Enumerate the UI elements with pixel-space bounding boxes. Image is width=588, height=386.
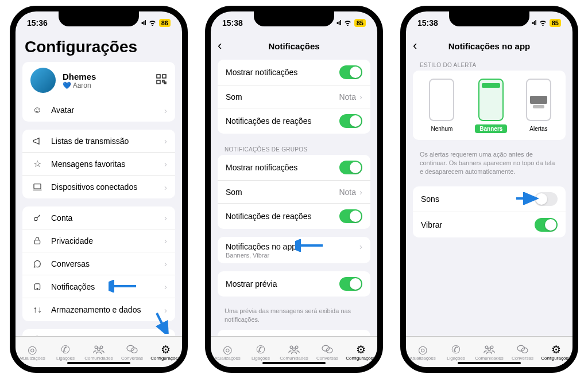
chats-row[interactable]: Conversas › <box>22 252 175 275</box>
phone-inapp-notifications: 15:38 •ıl 85 ‹ Notificações no app ESTIL… <box>400 6 578 373</box>
megaphone-icon <box>30 136 44 146</box>
notification-icon <box>30 282 44 291</box>
tab-communities[interactable]: Comunidades <box>277 343 311 361</box>
tab-settings[interactable]: ⚙Configurações <box>344 343 377 361</box>
svg-rect-2 <box>157 80 160 84</box>
chevron-icon: › <box>164 106 167 115</box>
battery-level: 86 <box>159 19 171 27</box>
tab-settings[interactable]: ⚙Configurações <box>149 343 182 361</box>
linked-devices-row[interactable]: Dispositivos conectados › <box>22 176 175 198</box>
tab-settings[interactable]: ⚙Configurações <box>539 343 572 361</box>
face-icon: ☺ <box>30 105 44 115</box>
tab-calls[interactable]: ✆Ligações <box>49 343 82 361</box>
storage-row[interactable]: ↑↓ Armazenamento e dados › <box>22 298 175 321</box>
avatar-row[interactable]: ☺ Avatar › <box>22 99 175 122</box>
tab-chats[interactable]: Conversas <box>506 343 539 361</box>
back-button[interactable]: ‹ <box>413 38 417 53</box>
svg-point-26 <box>488 348 491 351</box>
wifi-icon <box>343 19 352 28</box>
svg-point-18 <box>290 346 293 349</box>
inapp-notifications-row[interactable]: Notificações no app › Banners, Vibrar <box>218 237 370 263</box>
tab-chats[interactable]: Conversas <box>115 343 149 361</box>
alert-style-alerts[interactable]: Alertas <box>525 79 552 133</box>
svg-point-12 <box>95 346 98 349</box>
svg-rect-5 <box>34 184 41 189</box>
gear-icon: ⚙ <box>161 343 171 356</box>
wifi-icon <box>539 19 547 28</box>
help-row[interactable]: ⓘ Ajuda › <box>22 329 175 336</box>
svg-point-14 <box>98 348 100 351</box>
signal-icon: •ıl <box>141 19 146 27</box>
time: 15:36 <box>27 18 48 28</box>
profile-card: Dhemes 💙 Aaron ☺ Avatar › <box>22 62 175 122</box>
wifi-icon <box>148 19 157 28</box>
svg-point-20 <box>293 348 296 351</box>
profile-name: Dhemes <box>63 72 96 81</box>
updates-icon: ◎ <box>28 343 37 356</box>
tab-calls[interactable]: ✆Ligações <box>439 343 473 361</box>
home-indicator <box>67 362 130 364</box>
reaction-notifications-row[interactable]: Notificações de reações <box>218 108 370 134</box>
communities-icon <box>92 343 105 356</box>
key-icon <box>30 213 44 223</box>
phone-icon: ✆ <box>61 343 70 356</box>
toggle[interactable] <box>339 161 362 174</box>
broadcast-row[interactable]: Listas de transmissão › <box>22 130 175 153</box>
qr-icon[interactable] <box>156 73 167 88</box>
svg-rect-0 <box>157 75 160 78</box>
tab-updates[interactable]: ◎Atualizações <box>16 343 49 361</box>
notifications-row[interactable]: Notificações › <box>22 275 175 298</box>
profile-row[interactable]: Dhemes 💙 Aaron <box>22 62 175 99</box>
toggle[interactable] <box>535 192 558 206</box>
phone-notifications: 15:38 •ıl 85 ‹ Notificações Mostrar noti… <box>205 6 383 373</box>
toggle[interactable] <box>339 114 362 128</box>
toggle[interactable] <box>339 209 362 223</box>
privacy-row[interactable]: Privacidade › <box>22 229 175 252</box>
show-preview-row[interactable]: Mostrar prévia <box>218 271 370 297</box>
svg-point-19 <box>295 346 298 349</box>
svg-point-13 <box>100 346 103 349</box>
storage-icon: ↑↓ <box>30 305 44 315</box>
show-notifications-row[interactable]: Mostrar notificações <box>218 60 370 85</box>
tab-communities[interactable]: Comunidades <box>82 343 115 361</box>
svg-rect-1 <box>163 75 166 78</box>
group-reaction-notifications-row[interactable]: Notificações de reações <box>218 204 370 229</box>
tab-calls[interactable]: ✆Ligações <box>244 343 277 361</box>
alert-style-none[interactable]: Nenhum <box>427 79 458 133</box>
section-header: NOTIFICAÇÕES DE GRUPOS <box>211 142 377 155</box>
avatar <box>30 68 56 93</box>
favorites-row[interactable]: ☆ Mensagens favoritas › <box>22 153 175 176</box>
reset-notifications-row[interactable]: Redefinir configurações de notificação <box>218 330 370 336</box>
nav-header: ‹ Notificações <box>211 34 377 57</box>
vibrate-row[interactable]: Vibrar <box>413 212 566 237</box>
group-sound-row[interactable]: Som Nota › <box>218 181 370 204</box>
alert-style-picker: Nenhum Banners Alertas <box>413 71 566 140</box>
sound-row[interactable]: Som Nota › <box>218 85 370 108</box>
laptop-icon <box>30 182 44 192</box>
tab-chats[interactable]: Conversas <box>311 343 344 361</box>
lock-icon <box>30 236 44 245</box>
tab-updates[interactable]: ◎Atualizações <box>211 343 244 361</box>
toggle[interactable] <box>339 277 362 291</box>
sounds-row[interactable]: Sons <box>413 186 566 212</box>
notch <box>59 11 139 26</box>
account-row[interactable]: Conta › <box>22 206 175 229</box>
svg-point-25 <box>490 346 493 349</box>
svg-point-6 <box>34 217 37 220</box>
alert-style-banners[interactable]: Banners <box>475 79 507 133</box>
toggle[interactable] <box>339 65 362 79</box>
phone-settings: 15:36 •ıl 86 Configurações Dhemes 💙 Aaro… <box>10 6 188 373</box>
svg-point-24 <box>485 346 488 349</box>
tab-communities[interactable]: Comunidades <box>473 343 506 361</box>
back-button[interactable]: ‹ <box>218 38 222 53</box>
svg-rect-7 <box>34 240 40 244</box>
svg-point-9 <box>37 288 38 289</box>
star-icon: ☆ <box>30 158 44 169</box>
toggle[interactable] <box>535 218 558 232</box>
chat-icon <box>30 259 44 268</box>
profile-sub: 💙 Aaron <box>63 81 96 89</box>
group-show-notifications-row[interactable]: Mostrar notificações <box>218 155 370 181</box>
page-title: Configurações <box>16 34 182 62</box>
svg-rect-8 <box>34 283 40 290</box>
tab-updates[interactable]: ◎Atualizações <box>406 343 439 361</box>
